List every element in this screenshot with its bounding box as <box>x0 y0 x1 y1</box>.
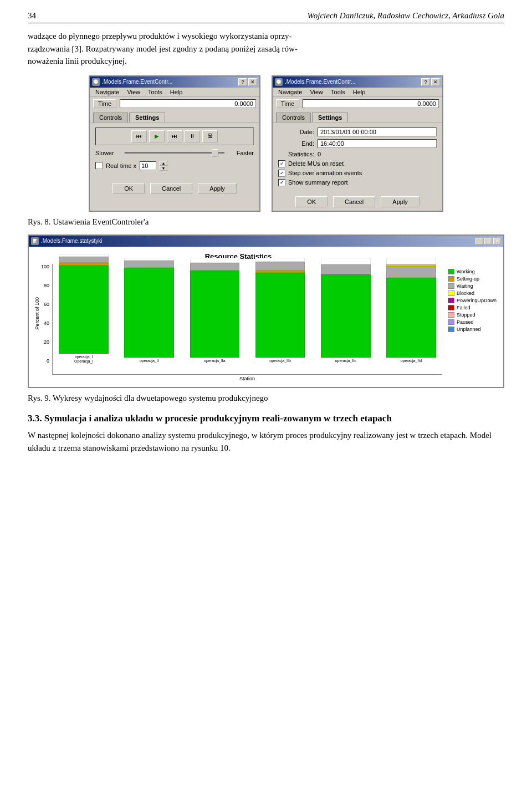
dialog2-icon: 🕐 <box>275 78 283 86</box>
bar-group-5: operacja_IId <box>380 264 442 363</box>
dialog2-close-btn[interactable]: ✕ <box>431 78 440 86</box>
dialog1-content: ⏮ ▶ ⏭ ⏸ 🖫 Slower Faster Real time x ▲ ▼ <box>90 123 259 180</box>
dialog2-time-button[interactable]: Time <box>276 99 299 108</box>
bar-group-0: operacja_IOperacja_I <box>53 264 115 363</box>
dialog2-apply-btn[interactable]: Apply <box>381 196 420 207</box>
dialog1-close-btn[interactable]: ✕ <box>248 78 257 86</box>
spin-up[interactable]: ▲ <box>160 161 167 166</box>
dialog1-time-value: 0.0000 <box>120 99 256 108</box>
spin-down[interactable]: ▼ <box>160 166 167 171</box>
dialog2-tab-controls[interactable]: Controls <box>276 113 311 123</box>
bar-stack-1 <box>124 258 174 358</box>
caption2: Rys. 9. Wykresy wydajności dla dwuetapow… <box>28 394 504 403</box>
dialog1-apply-btn[interactable]: Apply <box>198 183 237 194</box>
settings-end-value: 16:40:00 <box>318 139 437 148</box>
dialog2-tabs: Controls Settings <box>273 110 442 123</box>
dialog2-cancel-btn[interactable]: Cancel <box>333 196 375 207</box>
chart-inner-wrapper: Percent of 100 100 80 60 40 20 0 operacj… <box>34 264 442 381</box>
dialog-controls: 🕐 .Models.Frame.EventContr... ? ✕ Naviga… <box>89 75 260 212</box>
settings-date-row: Date: 2013/01/01 00:00:00 <box>278 128 437 136</box>
dialog1-menu-help[interactable]: Help <box>167 89 186 95</box>
bar-segment-4-0 <box>321 274 371 357</box>
dialog2-buttons: OK Cancel Apply <box>273 193 442 211</box>
dialog2-help-btn[interactable]: ? <box>421 78 430 86</box>
dialogs-row: 🕐 .Models.Frame.EventContr... ? ✕ Naviga… <box>28 75 504 212</box>
section-body: W następnej kolejności dokonano analizy … <box>28 429 504 454</box>
speed-slider[interactable] <box>125 152 224 154</box>
realtime-label: Real time x <box>106 162 136 169</box>
dialog2-menu-navigate[interactable]: Navigate <box>275 89 305 95</box>
dialog-settings: 🕐 .Models.Frame.EventContr... ? ✕ Naviga… <box>272 75 443 212</box>
chart-close-btn[interactable]: ✕ <box>493 238 501 244</box>
settings-check3: ✓ Show summary report <box>278 179 437 186</box>
bar-segment-1-0 <box>124 268 174 358</box>
legend-item-3: Blocked <box>448 290 498 296</box>
realtime-checkbox[interactable] <box>95 162 103 169</box>
bar-segment-2-1 <box>190 263 240 271</box>
dialog2-titlebar: 🕐 .Models.Frame.EventContr... ? ✕ <box>273 77 442 88</box>
settings-stats-value: 0 <box>318 151 321 157</box>
dialog1-time-button[interactable]: Time <box>93 99 116 108</box>
bars-section: operacja_IOperacja_Ioperacja_IIoperacja_… <box>52 264 442 381</box>
dialog1-menu-navigate[interactable]: Navigate <box>92 89 122 95</box>
slider-label-faster: Faster <box>229 150 254 156</box>
dialog1-menu-tools[interactable]: Tools <box>145 89 166 95</box>
dialog1-tab-settings[interactable]: Settings <box>129 113 165 123</box>
bar-segment-0-0 <box>59 266 109 353</box>
dialog2-menu-view[interactable]: View <box>306 89 326 95</box>
bar-stack-3 <box>255 258 305 358</box>
dialog1-title: .Models.Frame.EventContr... <box>102 79 172 85</box>
dialog1-tabs: Controls Settings <box>90 110 259 123</box>
legend-color-1 <box>448 276 454 282</box>
legend-item-7: Paused <box>448 319 498 325</box>
legend-color-5 <box>448 305 454 310</box>
checkbox-step-over-label: Step over animation events <box>288 170 362 176</box>
bar-segment-4-2 <box>321 258 371 265</box>
btn-pause[interactable]: ⏸ <box>185 130 200 142</box>
dialog1-ok-btn[interactable]: OK <box>112 183 145 194</box>
checkbox-step-over[interactable]: ✓ <box>278 170 285 177</box>
x-axis-label: Station <box>52 376 442 381</box>
chart-window: 📊 .Models.Frame.statystyki _ □ ✕ Resourc… <box>28 235 504 388</box>
page-title: Wojciech Danilczuk, Radosław Cechowicz, … <box>308 11 504 21</box>
intro-text: wadzące do płynnego przepływu produktów … <box>28 30 504 68</box>
y-axis-section: Percent of 100 100 80 60 40 20 0 <box>34 264 51 364</box>
dialog1-cancel-btn[interactable]: Cancel <box>150 183 192 194</box>
chart-plot: Resource Statistics Percent of 100 100 8… <box>34 252 442 381</box>
dialog2-ok-btn[interactable]: OK <box>295 196 328 207</box>
bar-segment-5-0 <box>386 278 436 358</box>
legend-label-6: Stopped <box>457 312 475 318</box>
legend-color-2 <box>448 283 454 289</box>
checkbox-delete-mus[interactable]: ✓ <box>278 160 285 167</box>
chart-minimize-btn[interactable]: _ <box>475 238 483 244</box>
btn-rewind[interactable]: ⏮ <box>131 130 147 142</box>
bar-segment-5-1 <box>386 267 436 278</box>
settings-stats-label: Statistics: <box>278 151 314 157</box>
legend-item-5: Failed <box>448 305 498 310</box>
settings-end-label: End: <box>278 140 314 147</box>
legend-item-4: PoweringUpDown <box>448 298 498 303</box>
dialog2-tab-settings[interactable]: Settings <box>312 113 348 123</box>
dialog2-menu-tools[interactable]: Tools <box>328 89 349 95</box>
legend-color-4 <box>448 298 454 303</box>
bar-stack-2 <box>190 258 240 358</box>
page-number: 34 <box>28 11 36 21</box>
bar-label-3: operacja_IIb <box>269 359 291 363</box>
dialog1-help-btn[interactable]: ? <box>238 78 247 86</box>
checkbox-summary[interactable]: ✓ <box>278 179 285 186</box>
btn-ffwd[interactable]: ⏭ <box>167 130 182 142</box>
bars-container: operacja_IOperacja_Ioperacja_IIoperacja_… <box>52 264 442 375</box>
chart-maximize-btn[interactable]: □ <box>484 238 492 244</box>
dialog1-menu-view[interactable]: View <box>124 89 144 95</box>
dialog1-icon: 🕐 <box>92 78 100 86</box>
slider-thumb[interactable] <box>212 149 218 157</box>
dialog1-tab-controls[interactable]: Controls <box>93 113 128 123</box>
chart-icon: 📊 <box>31 237 39 245</box>
playback-controls: ⏮ ▶ ⏭ ⏸ 🖫 <box>95 128 254 145</box>
dialog1-menubar: Navigate View Tools Help <box>90 88 259 97</box>
btn-play[interactable]: ▶ <box>149 130 165 142</box>
realtime-input[interactable] <box>140 161 156 170</box>
dialog2-menu-help[interactable]: Help <box>350 89 369 95</box>
btn-stop[interactable]: 🖫 <box>202 130 218 142</box>
realtime-spinners: ▲ ▼ <box>160 161 167 171</box>
